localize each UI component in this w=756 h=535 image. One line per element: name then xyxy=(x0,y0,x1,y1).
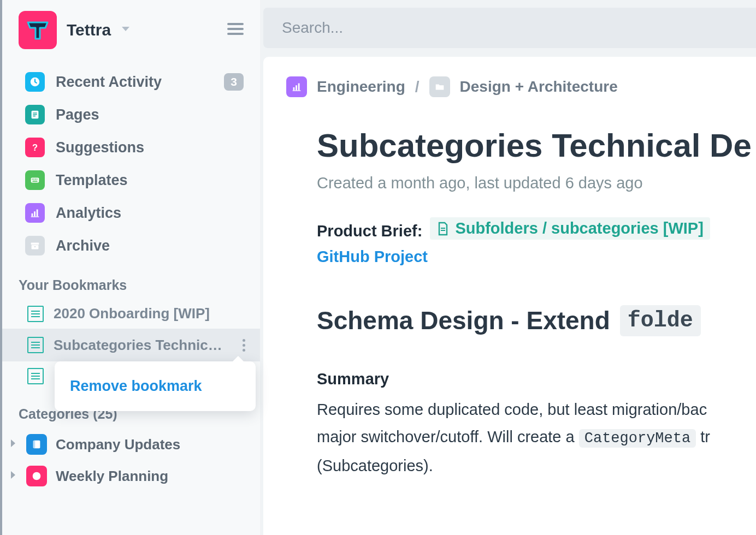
nav-recent-activity[interactable]: Recent Activity 3 xyxy=(19,66,251,98)
nav-label: Analytics xyxy=(56,205,121,222)
page-icon xyxy=(25,105,45,124)
nav-label: Suggestions xyxy=(56,139,144,156)
svg-rect-13 xyxy=(37,179,38,180)
remove-bookmark-button[interactable]: Remove bookmark xyxy=(70,378,202,394)
chart-icon xyxy=(25,203,45,223)
breadcrumb-root[interactable]: Engineering xyxy=(317,78,405,96)
svg-rect-24 xyxy=(293,87,295,91)
bookmark-item[interactable]: 2020 Onboarding [WIP] xyxy=(2,299,260,329)
breadcrumb-separator: / xyxy=(415,78,420,96)
folder-icon xyxy=(429,76,450,97)
keyboard-icon xyxy=(25,170,45,190)
svg-rect-0 xyxy=(227,23,244,25)
chevron-right-icon xyxy=(9,469,17,483)
page-meta: Created a month ago, last updated 6 days… xyxy=(317,174,756,192)
svg-rect-19 xyxy=(31,243,39,245)
brand-row: Tettra xyxy=(2,11,260,62)
svg-rect-26 xyxy=(298,84,300,91)
product-brief-row: Product Brief: Subfolders / subcategorie… xyxy=(317,217,756,240)
categories-list: Company Updates Weekly Planning xyxy=(2,427,260,492)
nav-templates[interactable]: Templates xyxy=(19,164,251,197)
main-content: Engineering / Design + Architecture Subc… xyxy=(260,0,756,535)
svg-rect-17 xyxy=(37,210,38,217)
sidebar: Tettra Recent Activity 3 Pages xyxy=(2,0,260,535)
category-label: Company Updates xyxy=(56,436,180,453)
subsection-heading: Summary xyxy=(317,370,756,388)
nav-pages[interactable]: Pages xyxy=(19,98,251,131)
category-item[interactable]: Company Updates xyxy=(2,429,260,460)
bookmark-item[interactable]: Subcategories Technical D… xyxy=(2,329,260,361)
inline-code: CategoryMeta xyxy=(579,429,696,448)
breadcrumb: Engineering / Design + Architecture xyxy=(286,76,756,97)
h2-text: Schema Design - Extend xyxy=(317,306,610,335)
breadcrumb-folder[interactable]: Design + Architecture xyxy=(460,78,618,96)
primary-nav: Recent Activity 3 Pages ? Suggestions Te xyxy=(2,62,260,262)
nav-badge: 3 xyxy=(224,73,244,91)
svg-rect-9 xyxy=(31,177,39,182)
svg-rect-16 xyxy=(34,211,36,216)
document-card: Engineering / Design + Architecture Subc… xyxy=(263,57,756,535)
svg-rect-7 xyxy=(33,116,36,116)
section-heading: Schema Design - Extend folde xyxy=(317,305,756,336)
page-title: Subcategories Technical De xyxy=(317,127,756,164)
svg-point-23 xyxy=(33,472,41,480)
question-icon: ? xyxy=(25,138,45,157)
brand-name[interactable]: Tettra xyxy=(67,21,111,39)
search-bar[interactable] xyxy=(263,8,756,48)
bookmark-context-menu: Remove bookmark xyxy=(55,361,256,411)
svg-rect-12 xyxy=(35,179,36,180)
svg-rect-25 xyxy=(296,85,297,90)
brand-dropdown-caret[interactable] xyxy=(121,25,131,35)
category-item[interactable]: Weekly Planning xyxy=(2,460,260,492)
archive-icon xyxy=(25,236,45,255)
clock-icon xyxy=(26,466,47,486)
svg-rect-5 xyxy=(33,112,37,113)
svg-rect-28 xyxy=(441,228,445,229)
inline-code: folde xyxy=(620,305,701,336)
category-label: Weekly Planning xyxy=(56,468,168,485)
nav-label: Pages xyxy=(56,106,99,123)
clock-icon xyxy=(25,72,45,92)
page-icon xyxy=(436,221,450,236)
nav-label: Archive xyxy=(56,237,110,254)
svg-rect-27 xyxy=(293,90,301,91)
body-paragraph: Requires some duplicated code, but least… xyxy=(317,396,756,480)
sidebar-collapse-icon[interactable] xyxy=(227,22,244,38)
svg-rect-29 xyxy=(441,230,445,231)
bookmark-label: 2020 Onboarding [WIP] xyxy=(54,305,210,322)
brief-label: Product Brief: xyxy=(317,222,422,240)
nav-suggestions[interactable]: ? Suggestions xyxy=(19,131,251,164)
svg-rect-11 xyxy=(33,179,34,180)
svg-rect-14 xyxy=(32,181,37,182)
svg-rect-6 xyxy=(33,114,37,115)
nav-archive[interactable]: Archive xyxy=(19,229,251,262)
svg-rect-10 xyxy=(32,179,33,180)
page-icon xyxy=(27,368,44,384)
svg-text:?: ? xyxy=(32,142,38,152)
nav-label: Templates xyxy=(56,172,128,189)
chevron-right-icon xyxy=(9,438,17,451)
bookmark-label: Subcategories Technical D… xyxy=(54,337,228,354)
svg-rect-1 xyxy=(227,28,244,30)
search-input[interactable] xyxy=(282,19,756,37)
svg-rect-2 xyxy=(227,33,244,35)
svg-rect-18 xyxy=(31,216,39,217)
kebab-menu-icon[interactable] xyxy=(238,335,250,355)
chart-icon xyxy=(286,76,307,97)
app-logo[interactable] xyxy=(19,11,57,49)
svg-rect-22 xyxy=(33,441,36,449)
nav-analytics[interactable]: Analytics xyxy=(19,197,251,229)
brief-link[interactable]: Subfolders / subcategories [WIP] xyxy=(430,217,710,240)
github-project-link[interactable]: GitHub Project xyxy=(317,248,756,266)
page-icon xyxy=(27,306,44,322)
bookmarks-heading: Your Bookmarks xyxy=(2,262,260,299)
svg-rect-15 xyxy=(32,213,33,217)
brief-link-text: Subfolders / subcategories [WIP] xyxy=(455,219,703,237)
book-icon xyxy=(26,434,47,455)
page-icon xyxy=(27,337,44,353)
nav-label: Recent Activity xyxy=(56,74,162,91)
